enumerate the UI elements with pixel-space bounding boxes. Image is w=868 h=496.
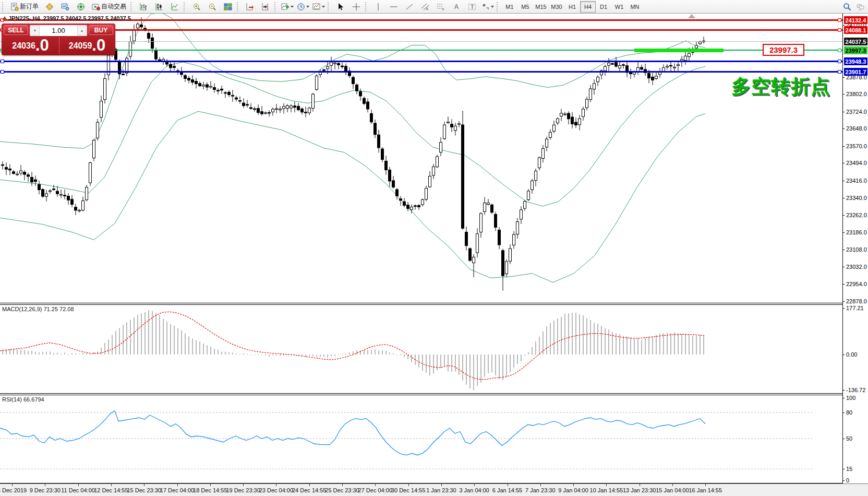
- macd-histogram-bar: [353, 351, 354, 355]
- timeframe-m1-button[interactable]: M1: [502, 1, 517, 13]
- level-line-24088.1[interactable]: [0, 29, 842, 31]
- timeframe-d1-button[interactable]: D1: [596, 1, 611, 13]
- macd-histogram-bar: [287, 355, 288, 355]
- chart-shift-button[interactable]: [258, 1, 273, 13]
- toolbar-grip[interactable]: [328, 2, 331, 11]
- macd-histogram-bar: [659, 334, 660, 355]
- main-price-chart[interactable]: [0, 14, 842, 303]
- toolbar-grip[interactable]: [497, 2, 500, 11]
- macd-histogram-bar: [17, 350, 18, 355]
- macd-histogram-bar: [137, 315, 138, 355]
- autotrading-button[interactable]: 自动交易: [89, 1, 129, 13]
- community-chat-icon[interactable]: [857, 3, 865, 11]
- chart-shift-marker-icon[interactable]: [688, 14, 695, 18]
- volume-decrease-button[interactable]: ▼: [30, 26, 40, 36]
- timeframe-w1-button[interactable]: W1: [611, 1, 627, 13]
- candle-body: [403, 202, 406, 205]
- auto-scroll-button[interactable]: [242, 1, 258, 13]
- timeframe-h1-button[interactable]: H1: [564, 1, 580, 13]
- candle-body: [473, 257, 475, 263]
- new-order-button[interactable]: 新订单: [7, 1, 42, 13]
- timeframe-m30-button[interactable]: M30: [549, 1, 564, 13]
- macd-histogram-bar: [418, 355, 419, 368]
- channel-tool-button[interactable]: E: [417, 1, 433, 13]
- level-line-23948.3[interactable]: [0, 61, 842, 62]
- period-button[interactable]: [295, 1, 311, 13]
- toolbar-grip[interactable]: [237, 2, 240, 11]
- candle-body: [286, 105, 289, 108]
- macd-histogram-bar: [451, 355, 452, 372]
- candle-body: [498, 230, 501, 245]
- level-line-handle[interactable]: [1, 60, 4, 63]
- zoom-in-button[interactable]: [189, 1, 204, 13]
- tile-windows-button[interactable]: [220, 1, 236, 13]
- sell-price[interactable]: 24036.0: [3, 36, 58, 55]
- timeframe-h4-button[interactable]: H4: [580, 1, 596, 13]
- timeframe-m15-button[interactable]: M15: [533, 1, 549, 13]
- macd-histogram-bar: [517, 355, 518, 364]
- macd-histogram-bar: [400, 355, 401, 355]
- shapes-tool-button[interactable]: [480, 1, 496, 13]
- trendline-tool-button[interactable]: [402, 1, 417, 13]
- template-button[interactable]: [311, 1, 327, 13]
- horizontal-line-tool-button[interactable]: [386, 1, 402, 13]
- label-tool-button[interactable]: T: [464, 1, 480, 13]
- macd-histogram-bar: [645, 338, 646, 355]
- bar-chart-button[interactable]: [136, 1, 151, 13]
- rsi-pane[interactable]: [0, 395, 842, 483]
- crosshair-tool-button[interactable]: [348, 1, 364, 13]
- macd-pane[interactable]: [0, 305, 842, 393]
- candle-body: [9, 169, 11, 170]
- volume-value[interactable]: 1.00: [40, 26, 77, 36]
- time-axis[interactable]: 5 Dec 20199 Dec 23:3011 Dec 04:0012 Dec …: [0, 483, 868, 496]
- sell-button[interactable]: SELL: [4, 25, 28, 35]
- level-line-handle[interactable]: [838, 70, 841, 74]
- level-line-thick-segment[interactable]: [634, 49, 724, 52]
- level-line-handle[interactable]: [838, 60, 841, 63]
- candle-body: [524, 202, 526, 209]
- level-line-handle[interactable]: [838, 28, 841, 32]
- candle-body: [283, 107, 285, 109]
- cursor-tool-button[interactable]: [333, 1, 348, 13]
- price-axis[interactable]: 24110.023878.023802.023724.023648.023570…: [842, 14, 868, 483]
- candle-body: [122, 74, 125, 75]
- line-chart-button[interactable]: [167, 1, 183, 13]
- macd-histogram-bar: [550, 323, 551, 355]
- chinese-annotation[interactable]: 多空转折点: [731, 74, 830, 100]
- candlestick-chart-button[interactable]: [151, 1, 167, 13]
- time-label: 11 Dec 04:00: [61, 487, 95, 493]
- volume-increase-button[interactable]: ▲: [77, 26, 87, 36]
- macd-histogram-bar: [305, 355, 306, 357]
- search-icon[interactable]: [843, 3, 851, 11]
- level-line-handle[interactable]: [838, 49, 841, 52]
- buy-button[interactable]: BUY: [89, 25, 113, 35]
- vertical-line-tool-button[interactable]: [370, 1, 386, 13]
- level-line-23901.7[interactable]: [0, 71, 842, 73]
- toolbar-grip[interactable]: [130, 2, 134, 11]
- toolbar-grip[interactable]: [2, 2, 5, 11]
- rsi-axis-80: 80: [846, 409, 852, 416]
- candle-body: [622, 65, 625, 66]
- time-label: 7 Jan 23:30: [525, 487, 556, 493]
- text-tool-button[interactable]: A: [449, 1, 464, 13]
- market-watch-button[interactable]: [42, 1, 57, 13]
- buy-price[interactable]: 24059.0: [59, 36, 115, 55]
- timeframe-mn-button[interactable]: MN: [627, 1, 643, 13]
- toolbar-grip[interactable]: [365, 2, 368, 11]
- time-tick: [111, 484, 112, 486]
- timeframe-m5-button[interactable]: M5: [517, 1, 533, 13]
- price-level-label[interactable]: 23997.3: [763, 44, 804, 56]
- macd-histogram-bar: [656, 335, 657, 355]
- level-line-24037.5[interactable]: [0, 41, 842, 42]
- toolbar-grip[interactable]: [274, 2, 278, 11]
- level-line-handle[interactable]: [1, 70, 4, 74]
- navigator-button[interactable]: [73, 1, 89, 13]
- zoom-out-button[interactable]: [204, 1, 220, 13]
- level-line-handle[interactable]: [838, 18, 841, 22]
- fibonacci-tool-button[interactable]: F: [433, 1, 449, 13]
- data-window-button[interactable]: [57, 1, 73, 13]
- candle-body: [232, 96, 234, 97]
- macd-histogram-bar: [192, 338, 193, 355]
- add-indicator-button[interactable]: [280, 1, 295, 13]
- toolbar-grip[interactable]: [184, 2, 187, 11]
